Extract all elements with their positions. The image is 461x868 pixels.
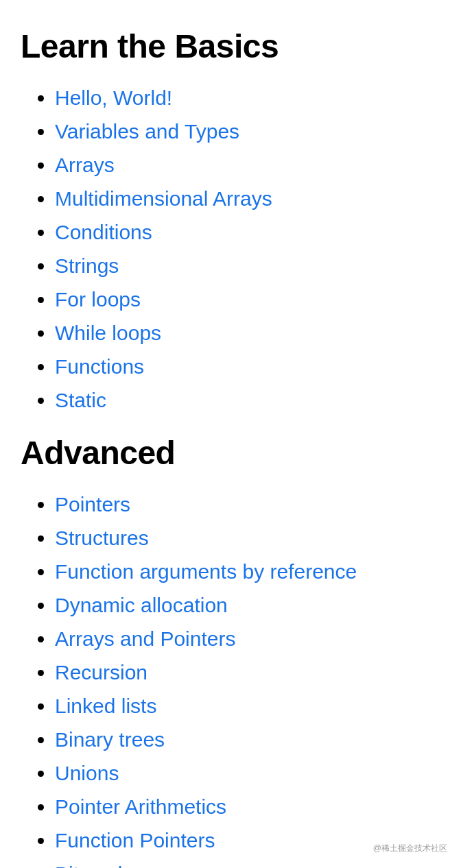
basics-title: Learn the Basics [21, 27, 440, 65]
list-item-link[interactable]: While loops [55, 322, 161, 344]
list-item-link[interactable]: Bitmasks [55, 863, 139, 868]
list-item: Binary trees [55, 726, 440, 753]
advanced-title: Advanced [21, 434, 440, 472]
list-item: Arrays and Pointers [55, 625, 440, 652]
list-item-link[interactable]: Unions [55, 762, 119, 784]
list-item-link[interactable]: Pointers [55, 493, 130, 516]
list-item: Recursion [55, 659, 440, 686]
list-item-link[interactable]: For loops [55, 288, 141, 311]
list-item-link[interactable]: Arrays and Pointers [55, 627, 235, 650]
list-item-link[interactable]: Arrays [55, 154, 115, 176]
list-item: Strings [55, 252, 440, 279]
list-item: Hello, World! [55, 84, 440, 111]
list-item: Structures [55, 525, 440, 551]
list-item: Pointers [55, 491, 440, 518]
list-item: Conditions [55, 219, 440, 245]
list-item: Function arguments by reference [55, 558, 440, 585]
list-item: Unions [55, 760, 440, 786]
list-item: Multidimensional Arrays [55, 185, 440, 212]
list-item: Dynamic allocation [55, 592, 440, 618]
list-item-link[interactable]: Dynamic allocation [55, 594, 228, 616]
list-item-link[interactable]: Hello, World! [55, 86, 172, 109]
advanced-section: Advanced PointersStructuresFunction argu… [21, 434, 440, 868]
list-item: Static [55, 387, 440, 413]
list-item: While loops [55, 320, 440, 346]
list-item-link[interactable]: Function Pointers [55, 829, 215, 852]
list-item-link[interactable]: Variables and Types [55, 120, 239, 143]
basics-list: Hello, World!Variables and TypesArraysMu… [21, 84, 440, 413]
list-item-link[interactable]: Binary trees [55, 728, 165, 751]
list-item-link[interactable]: Functions [55, 355, 144, 378]
list-item-link[interactable]: Recursion [55, 661, 147, 684]
list-item: Functions [55, 353, 440, 380]
list-item-link[interactable]: Structures [55, 527, 149, 549]
list-item: Variables and Types [55, 118, 440, 145]
list-item: Linked lists [55, 692, 440, 719]
advanced-list: PointersStructuresFunction arguments by … [21, 491, 440, 868]
list-item-link[interactable]: Pointer Arithmetics [55, 795, 226, 818]
list-item: For loops [55, 286, 440, 313]
basics-section: Learn the Basics Hello, World!Variables … [21, 27, 440, 413]
list-item: Pointer Arithmetics [55, 793, 440, 820]
list-item: Arrays [55, 152, 440, 178]
list-item-link[interactable]: Linked lists [55, 695, 156, 717]
list-item-link[interactable]: Function arguments by reference [55, 560, 357, 583]
list-item-link[interactable]: Multidimensional Arrays [55, 187, 272, 210]
list-item-link[interactable]: Static [55, 389, 106, 411]
watermark-label: @稀土掘金技术社区 [373, 843, 447, 854]
list-item-link[interactable]: Conditions [55, 221, 152, 243]
list-item: Bitmasks [55, 860, 440, 868]
list-item-link[interactable]: Strings [55, 254, 119, 277]
